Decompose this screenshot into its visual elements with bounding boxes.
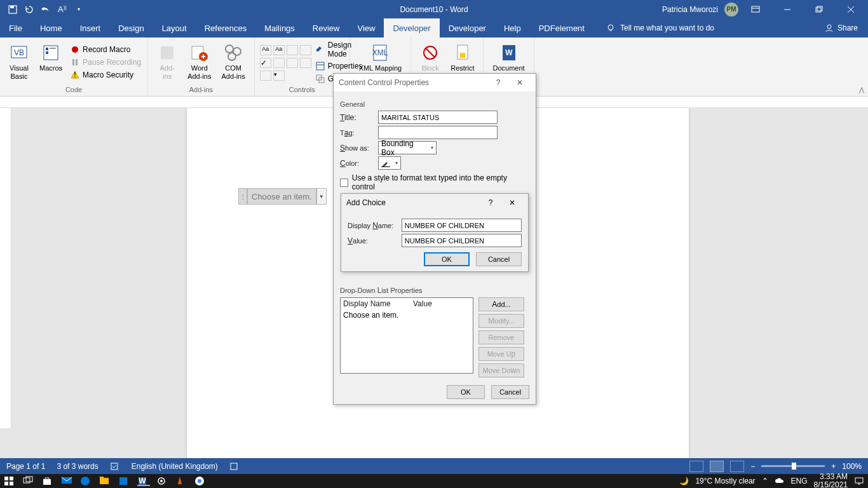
group-code: VBVisual Basic Macros Record Macro Pause… [0,37,148,96]
svg-point-27 [226,45,233,53]
tab-file[interactable]: File [0,18,31,37]
tab-view[interactable]: View [348,18,384,37]
zoom-slider[interactable] [761,465,825,467]
zoom-level[interactable]: 100% [842,462,862,471]
title-input[interactable] [378,111,498,124]
help-icon[interactable]: ? [487,74,509,92]
dialog-title: Add Choice [346,198,386,207]
ok-button[interactable]: OK [447,385,485,399]
help-icon[interactable]: ? [480,194,501,212]
tab-home[interactable]: Home [31,18,71,37]
record-icon [70,44,80,55]
notifications-icon[interactable] [854,477,864,485]
read-mode-icon[interactable] [689,461,703,472]
save-icon[interactable] [5,2,20,17]
content-control-dropdown[interactable]: ⋮ Choose an item. ▼ [238,188,327,205]
record-macro-button[interactable]: Record Macro [69,44,142,55]
weather-icon[interactable]: 🌙 [679,477,689,485]
start-icon[interactable] [4,476,17,486]
tab-pdfelement[interactable]: PDFelement [530,18,593,37]
explorer-icon[interactable] [99,476,112,486]
clock[interactable]: 3:33 AM8/15/2021 [814,473,848,488]
zoom-in-icon[interactable]: + [831,462,836,471]
display-name-input[interactable] [402,219,522,232]
word-icon[interactable]: W [137,476,150,486]
font-size-icon[interactable]: A)) [55,2,70,17]
dialog-titlebar[interactable]: Content Control Properties ? ✕ [334,74,536,92]
print-layout-icon[interactable] [710,461,724,472]
tray-chevron-icon[interactable]: ⌃ [762,477,768,485]
tell-me-search[interactable]: Tell me what you want to do [606,18,714,37]
macros-button[interactable]: Macros [36,40,66,85]
visual-basic-button[interactable]: VBVisual Basic [5,40,33,85]
svg-rect-39 [460,53,465,58]
vertical-ruler[interactable] [0,108,11,428]
lightbulb-icon [606,24,615,32]
user-name[interactable]: Patricia Mworozi [662,5,718,14]
tab-design[interactable]: Design [109,18,153,37]
settings-icon[interactable] [156,476,169,486]
task-view-icon[interactable] [23,476,36,486]
svg-rect-26 [203,55,204,58]
close-icon[interactable]: ✕ [501,194,523,212]
cancel-button[interactable]: Cancel [491,385,529,399]
tab-help[interactable]: Help [495,18,530,37]
vlc-icon[interactable] [175,476,188,486]
close-icon[interactable] [836,0,865,18]
word-count[interactable]: 3 of 3 words [57,462,98,471]
dialog-titlebar[interactable]: Add Choice ? ✕ [341,194,528,212]
content-control-handle-icon[interactable]: ⋮ [238,188,247,205]
content-control-placeholder[interactable]: Choose an item. [247,188,316,205]
dropdown-list-box[interactable]: Display NameValue Choose an item. [340,297,473,374]
value-input[interactable] [402,234,522,247]
web-layout-icon[interactable] [730,461,744,472]
checkbox-icon[interactable] [340,179,348,187]
use-style-checkbox-row[interactable]: Use a style to format text typed into th… [340,173,529,191]
cancel-button[interactable]: Cancel [476,252,522,266]
com-addins-button[interactable]: COM Add-ins [217,40,248,85]
share-button[interactable]: Share [815,18,868,37]
ribbon-display-icon[interactable] [741,0,770,18]
word-addins-button[interactable]: Word Add-ins [184,40,215,85]
addins-button[interactable]: Add- ins [153,40,181,85]
minimize-icon[interactable] [773,0,802,18]
tab-mailings[interactable]: Mailings [255,18,304,37]
tab-developer-2[interactable]: Developer [440,18,495,37]
color-picker[interactable]: ▾ [378,156,401,170]
qat-dropdown-icon[interactable]: ▾ [71,2,86,17]
close-icon[interactable]: ✕ [509,74,531,92]
language-indicator[interactable]: ENG [791,477,808,485]
weather-text[interactable]: 19°C Mostly clear [695,477,755,485]
chrome-icon[interactable] [194,476,207,486]
macro-security-button[interactable]: !Macro Security [69,69,142,81]
avatar[interactable]: PM [724,3,738,17]
showas-select[interactable]: Bounding Box▾ [378,141,437,154]
macro-record-icon[interactable] [229,462,238,471]
refresh-icon[interactable] [22,2,37,17]
add-button[interactable]: Add... [478,297,524,311]
store-icon[interactable] [42,476,55,486]
tab-developer[interactable]: Developer [384,18,439,37]
chevron-down-icon[interactable]: ▼ [316,188,327,205]
maximize-icon[interactable] [804,0,834,18]
tab-references[interactable]: References [196,18,255,37]
titlebar: A)) ▾ Document10 - Word Patricia Mworozi… [0,0,868,18]
pause-recording-button[interactable]: Pause Recording [69,57,142,68]
page-count[interactable]: Page 1 of 1 [6,462,45,471]
spellcheck-icon[interactable] [110,462,120,471]
tab-review[interactable]: Review [304,18,349,37]
zoom-out-icon[interactable]: − [750,462,755,471]
tag-label: Tag: [340,128,374,137]
app-icon[interactable] [118,476,131,486]
undo-icon[interactable] [38,2,53,17]
language-status[interactable]: English (United Kingdom) [132,462,218,471]
ok-button[interactable]: OK [424,252,470,266]
tab-insert[interactable]: Insert [71,18,110,37]
mail-icon[interactable] [61,476,74,486]
list-item[interactable]: Choose an item. [341,309,473,321]
tab-layout[interactable]: Layout [153,18,196,37]
tag-input[interactable] [378,126,498,139]
edge-icon[interactable] [80,476,93,486]
collapse-ribbon-icon[interactable]: ⋀ [859,86,864,93]
onedrive-icon[interactable] [775,477,785,485]
